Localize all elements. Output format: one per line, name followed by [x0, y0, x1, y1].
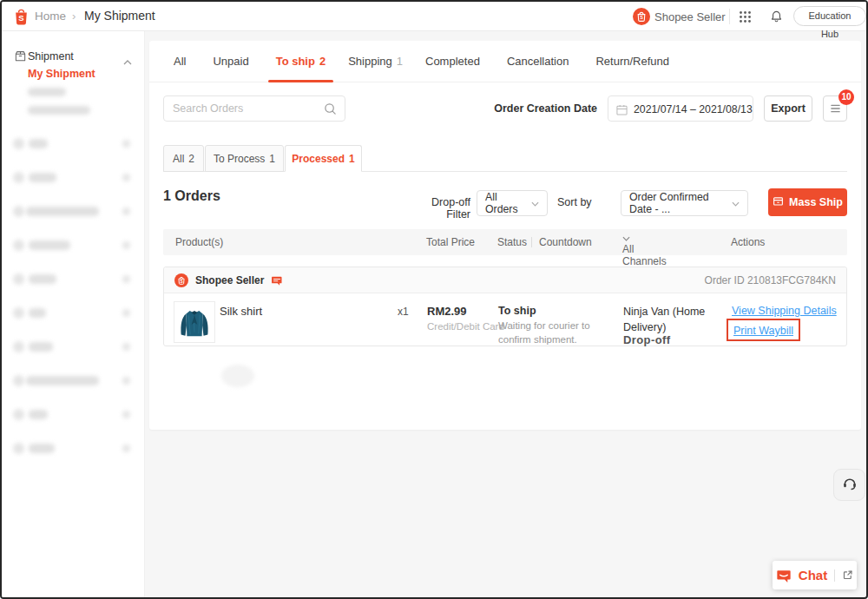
order-product-row: Silk shirt x1 RM2.99 Credit/Debit Card T…	[164, 293, 848, 347]
order-id: Order ID 210813FCG784KN	[705, 274, 836, 286]
sort-value: Order Confirmed Date - ...	[629, 191, 732, 215]
chevron-down-icon	[531, 197, 539, 209]
subtab-label: To Process	[214, 153, 265, 165]
payment-method: Credit/Debit Card	[427, 321, 504, 332]
tab-unpaid[interactable]: Unpaid	[213, 41, 253, 82]
shopee-logo-icon[interactable]: S	[14, 8, 29, 29]
sidebar-section-shipment[interactable]: Shipment	[28, 50, 74, 63]
top-header: S Home › My Shipment S Shopee Seller	[2, 2, 866, 31]
export-button[interactable]: Export	[764, 95, 812, 122]
bell-icon[interactable]	[770, 10, 783, 27]
mass-ship-label: Mass Ship	[789, 196, 843, 208]
order-price: RM2.99	[427, 305, 467, 318]
order-shop-row: S Shopee Seller Order ID 210813FCG784KN	[164, 267, 846, 293]
tab-to-ship[interactable]: To ship2	[276, 41, 326, 82]
seller-avatar[interactable]: S	[633, 8, 650, 29]
mass-ship-button[interactable]: Mass Ship	[768, 188, 847, 216]
view-shipping-details-link[interactable]: View Shipping Details	[732, 305, 837, 317]
tab-return-refund[interactable]: Return/Refund	[595, 41, 674, 82]
calendar-icon	[616, 103, 628, 119]
product-name[interactable]: Silk shirt	[220, 305, 262, 318]
search-input[interactable]	[163, 95, 345, 122]
tab-shipping[interactable]: Shipping1	[348, 41, 403, 82]
subtab-count: 1	[349, 153, 355, 165]
support-button[interactable]	[833, 469, 865, 501]
print-waybill-annotation: Print Waybill	[727, 319, 800, 341]
col-divider	[531, 237, 532, 247]
shipment-section-icon	[14, 49, 27, 66]
subtab-count: 2	[188, 153, 194, 165]
orders-table-header: Product(s) Total Price Status Countdown …	[163, 229, 847, 255]
order-tabs: All Unpaid To ship2 Shipping1 Completed …	[149, 41, 861, 82]
apps-grid-icon[interactable]	[739, 10, 752, 27]
col-status: Status	[497, 236, 527, 248]
mass-ship-icon	[773, 195, 784, 209]
tab-count: 1	[397, 55, 403, 68]
search-icon	[324, 102, 337, 119]
carrier: Ninja Van (Home Delivery)	[623, 305, 729, 335]
tab-label: Cancellation	[507, 55, 569, 68]
tab-count: 2	[319, 55, 326, 68]
seller-name[interactable]: Shopee Seller	[654, 10, 726, 23]
subtab-count: 1	[269, 153, 275, 165]
shop-name: Shopee Seller	[195, 274, 264, 286]
tab-label: Shipping	[348, 55, 392, 68]
education-hub-button[interactable]: Education Hub	[793, 6, 866, 26]
col-products: Product(s)	[175, 236, 223, 248]
print-waybill-link[interactable]: Print Waybill	[733, 325, 793, 337]
subtab-label: Processed	[292, 153, 345, 165]
tab-completed[interactable]: Completed	[425, 41, 484, 82]
sort-select[interactable]: Order Confirmed Date - ...	[621, 190, 748, 216]
tab-all[interactable]: All	[174, 41, 190, 82]
chat-with-buyer-icon[interactable]	[271, 274, 283, 286]
sidebar-subitem-blurred[interactable]	[28, 106, 90, 115]
shopee-seller-page: S Home › My Shipment S Shopee Seller	[0, 0, 868, 599]
chat-label: Chat	[799, 568, 827, 583]
order-creation-date-label: Order Creation Date	[493, 102, 597, 115]
shop-avatar: S	[174, 273, 188, 287]
subtab-label: All	[173, 153, 184, 165]
col-total-price: Total Price	[426, 236, 475, 248]
headset-icon	[841, 475, 858, 496]
breadcrumb-separator: ›	[72, 10, 76, 23]
product-quantity: x1	[398, 306, 409, 318]
tab-label: All	[174, 55, 186, 68]
dropoff-filter-value: All Orders	[485, 191, 531, 215]
sidebar-subitem-blurred[interactable]	[28, 88, 66, 96]
date-range-picker[interactable]: 2021/07/14 – 2021/08/13	[608, 95, 753, 122]
col-all-channels[interactable]: All Channels	[622, 236, 630, 241]
sidebar: Shipment My Shipment	[2, 31, 145, 599]
svg-text:S: S	[640, 15, 643, 20]
order-status-desc: Waiting for courier to confirm shipment.	[498, 319, 613, 346]
subtab-to-process[interactable]: To Process1	[205, 145, 284, 172]
chevron-up-icon[interactable]	[123, 53, 132, 69]
col-actions: Actions	[731, 236, 765, 248]
col-countdown: Countdown	[539, 236, 592, 248]
date-range-value: 2021/07/14 – 2021/08/13	[634, 103, 753, 115]
order-card: S Shopee Seller Order ID 210813FCG784KN	[163, 267, 847, 346]
chevron-down-icon	[732, 197, 740, 209]
subtab-all[interactable]: All2	[163, 145, 204, 172]
chat-widget[interactable]: Chat	[773, 561, 857, 589]
tab-label: To ship	[276, 55, 315, 68]
expand-chat-icon[interactable]	[842, 569, 853, 581]
cursor-highlight	[221, 365, 254, 387]
dropoff-filter-label: Drop-off Filter	[410, 196, 470, 221]
svg-text:S: S	[18, 13, 23, 23]
breadcrumb-home[interactable]: Home	[35, 10, 66, 23]
chat-bubble-icon	[776, 568, 792, 583]
ship-method: Drop-off	[623, 333, 670, 346]
product-thumbnail[interactable]	[174, 301, 215, 343]
dropoff-filter-select[interactable]: All Orders	[477, 190, 548, 216]
tab-cancellation[interactable]: Cancellation	[507, 41, 574, 82]
header-divider	[729, 9, 730, 24]
subtab-processed[interactable]: Processed1	[285, 145, 362, 172]
sort-by-label: Sort by	[557, 196, 592, 208]
tab-label: Completed	[425, 55, 480, 68]
col-all-channels-label: All Channels	[622, 243, 667, 267]
tab-label: Return/Refund	[595, 55, 669, 68]
orders-count: 1 Orders	[163, 188, 220, 204]
sidebar-item-my-shipment[interactable]: My Shipment	[28, 68, 95, 80]
order-status: To ship	[498, 305, 536, 317]
chat-divider	[834, 569, 835, 582]
